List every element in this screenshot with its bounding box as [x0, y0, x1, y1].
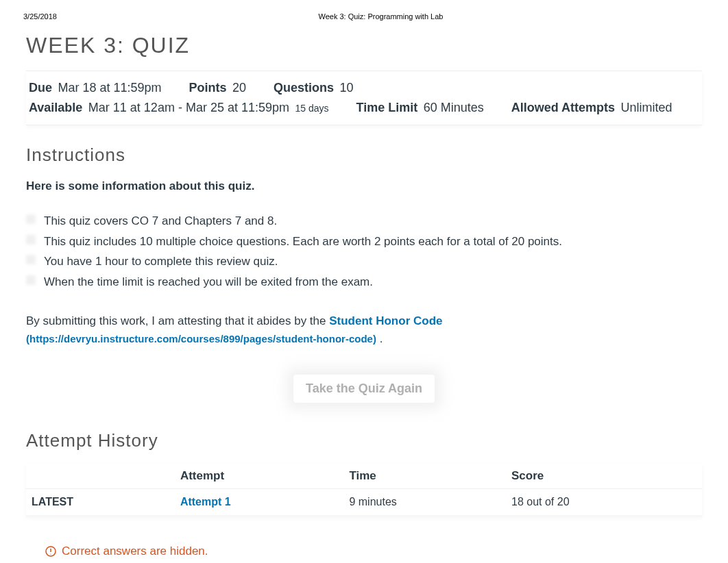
table-header-score: Score [506, 464, 702, 489]
attempts-label: Allowed Attempts [511, 101, 615, 114]
timelimit-value: 60 Minutes [424, 101, 484, 114]
timelimit-label: Time Limit [356, 101, 417, 114]
list-item: When the time limit is reached you will … [26, 273, 702, 291]
list-item: This quiz covers CO 7 and Chapters 7 and… [26, 212, 702, 230]
attempts-value: Unlimited [620, 101, 672, 114]
points-label: Points [189, 81, 227, 95]
attempt-score: 18 out of 20 [506, 489, 702, 516]
honor-code-url[interactable]: (https://devryu.instructure.com/courses/… [26, 333, 376, 345]
points-value: 20 [232, 81, 246, 95]
instructions-heading: Instructions [26, 145, 702, 166]
attempt-time: 9 minutes [343, 489, 506, 516]
questions-value: 10 [340, 81, 354, 95]
hidden-answers-text: Correct answers are hidden. [62, 545, 208, 558]
attestation: By submitting this work, I am attesting … [26, 312, 702, 347]
print-doc-title: Week 3: Quiz: Programming with Lab [57, 12, 705, 21]
instructions-intro: Here is some information about this quiz… [26, 179, 702, 193]
table-row: LATEST Attempt 1 9 minutes 18 out of 20 [26, 489, 702, 516]
available-label: Available [29, 101, 82, 114]
warning-icon [45, 546, 56, 557]
available-value: Mar 11 at 12am - Mar 25 at 11:59pm [88, 101, 289, 114]
attempt-link[interactable]: Attempt 1 [180, 496, 231, 508]
table-header-time: Time [343, 464, 506, 489]
instructions-list: This quiz covers CO 7 and Chapters 7 and… [26, 212, 702, 290]
attest-suffix: . [380, 332, 383, 345]
print-date: 3/25/2018 [23, 12, 57, 21]
print-header: 3/25/2018 Week 3: Quiz: Programming with… [0, 0, 728, 21]
list-item: This quiz includes 10 multiple choice qu… [26, 233, 702, 251]
due-label: Due [29, 81, 52, 95]
questions-label: Questions [274, 81, 334, 95]
available-sub: 15 days [295, 103, 328, 114]
attempt-tag: LATEST [26, 489, 175, 516]
attempt-history-heading: Attempt History [26, 430, 702, 451]
attest-prefix: By submitting this work, I am attesting … [26, 314, 329, 327]
list-item: You have 1 hour to complete this review … [26, 253, 702, 271]
svg-point-2 [50, 553, 51, 554]
honor-code-link[interactable]: Student Honor Code [329, 314, 442, 327]
hidden-answers-notice: Correct answers are hidden. [45, 545, 702, 558]
take-quiz-again-button[interactable]: Take the Quiz Again [293, 375, 435, 403]
quiz-meta: Due Mar 18 at 11:59pm Points 20 Question… [26, 71, 702, 125]
page-title: WEEK 3: QUIZ [26, 33, 702, 58]
attempt-history-table: Attempt Time Score LATEST Attempt 1 9 mi… [26, 464, 702, 517]
due-value: Mar 18 at 11:59pm [58, 81, 161, 95]
table-header-blank [26, 464, 175, 489]
table-header-attempt: Attempt [175, 464, 344, 489]
